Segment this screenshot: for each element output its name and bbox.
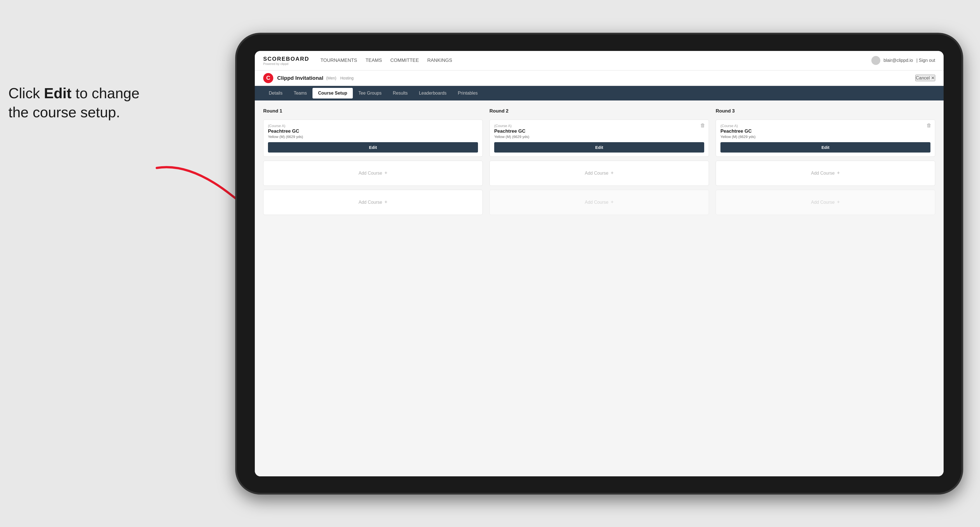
round-3-course-details: Yellow (M) (6629 yds) xyxy=(721,135,931,139)
plus-icon-4: + xyxy=(611,199,614,205)
tab-printables[interactable]: Printables xyxy=(452,88,483,98)
round-1-add-course-2[interactable]: Add Course + xyxy=(263,190,483,215)
round-2-add-course-1[interactable]: Add Course + xyxy=(490,160,709,186)
sub-header: C Clippd Invitational (Men) Hosting Canc… xyxy=(255,70,943,86)
tab-details[interactable]: Details xyxy=(263,88,288,98)
nav-committee[interactable]: COMMITTEE xyxy=(390,56,419,65)
user-email: blair@clippd.io xyxy=(884,58,913,63)
nav-teams[interactable]: TEAMS xyxy=(365,56,382,65)
round-2-label: Round 2 xyxy=(490,108,709,114)
tablet-frame: SCOREBOARD Powered by clippd TOURNAMENTS… xyxy=(235,33,963,495)
round-3-course-label: (Course A) xyxy=(721,124,931,128)
user-avatar xyxy=(871,56,880,65)
round-2-delete-button[interactable]: 🗑 xyxy=(700,122,705,129)
sign-out-link[interactable]: | Sign out xyxy=(916,58,935,63)
round-3-course-name: Peachtree GC xyxy=(721,129,931,134)
tablet-screen: SCOREBOARD Powered by clippd TOURNAMENTS… xyxy=(255,51,943,476)
top-nav: SCOREBOARD Powered by clippd TOURNAMENTS… xyxy=(255,51,943,70)
tournament-title: Clippd Invitational xyxy=(277,75,323,81)
plus-icon-2: + xyxy=(385,199,388,205)
plus-icon-6: + xyxy=(837,199,840,205)
logo-subtitle: Powered by clippd xyxy=(263,62,309,65)
round-2-column: Round 2 (Course A) Peachtree GC Yellow (… xyxy=(490,108,709,215)
round-2-edit-button[interactable]: Edit xyxy=(494,142,704,152)
logo-scoreboard: SCOREBOARD xyxy=(263,56,309,62)
tournament-logo: C xyxy=(263,73,273,83)
hosting-badge: Hosting xyxy=(340,76,353,80)
round-2-course-card: (Course A) Peachtree GC Yellow (M) (6629… xyxy=(490,119,709,157)
plus-icon-3: + xyxy=(611,170,614,176)
round-2-course-name: Peachtree GC xyxy=(494,129,704,134)
nav-links: TOURNAMENTS TEAMS COMMITTEE RANKINGS xyxy=(320,56,871,65)
logo-area: SCOREBOARD Powered by clippd xyxy=(263,56,309,65)
tab-tee-groups[interactable]: Tee Groups xyxy=(353,88,387,98)
tournament-gender: (Men) xyxy=(326,76,337,80)
round-3-course-card: (Course A) Peachtree GC Yellow (M) (6629… xyxy=(716,119,935,157)
instruction-text: Click Edit to change the course setup. xyxy=(8,84,148,122)
round-1-column: Round 1 (Course A) Peachtree GC Yellow (… xyxy=(263,108,483,215)
round-1-course-card: (Course A) Peachtree GC Yellow (M) (6629… xyxy=(263,119,483,157)
round-1-add-course-1[interactable]: Add Course + xyxy=(263,160,483,186)
round-3-column: Round 3 (Course A) Peachtree GC Yellow (… xyxy=(716,108,935,215)
round-2-course-details: Yellow (M) (6629 yds) xyxy=(494,135,704,139)
rounds-container: Round 1 (Course A) Peachtree GC Yellow (… xyxy=(263,108,935,215)
round-2-course-label: (Course A) xyxy=(494,124,704,128)
round-1-course-label: (Course A) xyxy=(268,124,478,128)
nav-tournaments[interactable]: TOURNAMENTS xyxy=(320,56,357,65)
round-1-course-name: Peachtree GC xyxy=(268,129,478,134)
round-1-label: Round 1 xyxy=(263,108,483,114)
round-1-course-details: Yellow (M) (6629 yds) xyxy=(268,135,478,139)
round-3-add-course-1[interactable]: Add Course + xyxy=(716,160,935,186)
tab-leaderboards[interactable]: Leaderboards xyxy=(413,88,452,98)
cancel-button[interactable]: Cancel ✕ xyxy=(915,75,935,81)
main-content: Round 1 (Course A) Peachtree GC Yellow (… xyxy=(255,100,943,476)
plus-icon-5: + xyxy=(837,170,840,176)
tab-course-setup[interactable]: Course Setup xyxy=(312,88,353,98)
tab-results[interactable]: Results xyxy=(387,88,413,98)
round-3-add-course-2: Add Course + xyxy=(716,190,935,215)
round-3-edit-button[interactable]: Edit xyxy=(721,142,931,152)
tab-teams[interactable]: Teams xyxy=(288,88,312,98)
plus-icon-1: + xyxy=(385,170,388,176)
tabs-bar: Details Teams Course Setup Tee Groups Re… xyxy=(255,86,943,100)
round-2-add-course-2: Add Course + xyxy=(490,190,709,215)
nav-rankings[interactable]: RANKINGS xyxy=(427,56,452,65)
round-3-delete-button[interactable]: 🗑 xyxy=(926,122,932,129)
round-1-edit-button[interactable]: Edit xyxy=(268,142,478,152)
round-3-label: Round 3 xyxy=(716,108,935,114)
nav-user: blair@clippd.io | Sign out xyxy=(871,56,935,65)
